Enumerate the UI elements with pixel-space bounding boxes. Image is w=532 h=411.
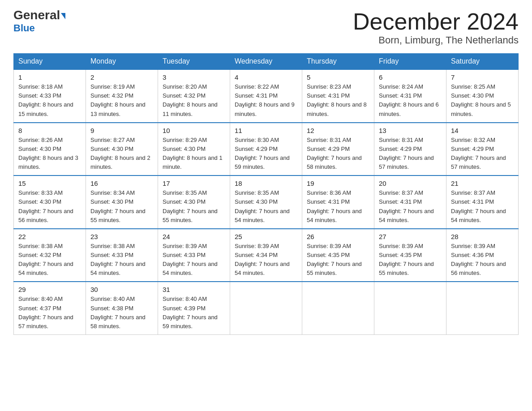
logo: General Blue xyxy=(13,9,65,34)
day-info: Sunrise: 8:37 AMSunset: 4:31 PMDaylight:… xyxy=(379,188,442,225)
day-info: Sunrise: 8:35 AMSunset: 4:30 PMDaylight:… xyxy=(235,188,297,225)
calendar-cell: 12 Sunrise: 8:31 AMSunset: 4:29 PMDaylig… xyxy=(302,123,374,176)
day-number: 29 xyxy=(18,286,81,293)
calendar-cell xyxy=(230,282,302,334)
day-info: Sunrise: 8:39 AMSunset: 4:35 PMDaylight:… xyxy=(379,242,442,278)
calendar-cell: 8 Sunrise: 8:26 AMSunset: 4:30 PMDayligh… xyxy=(14,123,86,176)
day-number: 27 xyxy=(379,233,442,240)
day-info: Sunrise: 8:26 AMSunset: 4:30 PMDaylight:… xyxy=(18,136,81,172)
day-number: 28 xyxy=(451,233,514,240)
header-row: Sunday Monday Tuesday Wednesday Thursday… xyxy=(14,54,519,70)
calendar-cell: 7 Sunrise: 8:25 AMSunset: 4:30 PMDayligh… xyxy=(446,69,519,123)
day-number: 21 xyxy=(451,180,514,187)
day-number: 24 xyxy=(163,233,225,240)
day-info: Sunrise: 8:23 AMSunset: 4:31 PMDaylight:… xyxy=(307,82,369,119)
col-saturday: Saturday xyxy=(446,54,519,70)
col-monday: Monday xyxy=(86,54,158,70)
day-number: 22 xyxy=(18,233,81,240)
calendar-cell: 11 Sunrise: 8:30 AMSunset: 4:29 PMDaylig… xyxy=(230,123,302,176)
day-info: Sunrise: 8:40 AMSunset: 4:38 PMDaylight:… xyxy=(90,295,153,331)
day-number: 30 xyxy=(90,286,153,293)
col-tuesday: Tuesday xyxy=(158,54,230,70)
calendar-cell: 25 Sunrise: 8:39 AMSunset: 4:34 PMDaylig… xyxy=(230,229,302,282)
day-info: Sunrise: 8:39 AMSunset: 4:35 PMDaylight:… xyxy=(307,242,369,278)
day-info: Sunrise: 8:35 AMSunset: 4:30 PMDaylight:… xyxy=(163,188,225,225)
calendar-cell: 14 Sunrise: 8:32 AMSunset: 4:29 PMDaylig… xyxy=(446,123,519,176)
calendar-cell: 1 Sunrise: 8:18 AMSunset: 4:33 PMDayligh… xyxy=(14,69,86,123)
day-info: Sunrise: 8:18 AMSunset: 4:33 PMDaylight:… xyxy=(18,82,81,119)
col-thursday: Thursday xyxy=(302,54,374,70)
calendar-cell: 3 Sunrise: 8:20 AMSunset: 4:32 PMDayligh… xyxy=(158,69,230,123)
day-info: Sunrise: 8:25 AMSunset: 4:30 PMDaylight:… xyxy=(451,82,514,119)
calendar-cell: 10 Sunrise: 8:29 AMSunset: 4:30 PMDaylig… xyxy=(158,123,230,176)
col-wednesday: Wednesday xyxy=(230,54,302,70)
day-info: Sunrise: 8:33 AMSunset: 4:30 PMDaylight:… xyxy=(18,188,81,225)
day-info: Sunrise: 8:40 AMSunset: 4:39 PMDaylight:… xyxy=(163,295,225,331)
day-info: Sunrise: 8:31 AMSunset: 4:29 PMDaylight:… xyxy=(379,136,442,172)
calendar-cell: 15 Sunrise: 8:33 AMSunset: 4:30 PMDaylig… xyxy=(14,176,86,229)
day-info: Sunrise: 8:38 AMSunset: 4:32 PMDaylight:… xyxy=(18,242,81,278)
header: General Blue December 2024 Born, Limburg… xyxy=(13,9,519,46)
calendar-cell: 30 Sunrise: 8:40 AMSunset: 4:38 PMDaylig… xyxy=(86,282,158,334)
day-number: 16 xyxy=(90,180,153,187)
day-number: 6 xyxy=(379,73,442,81)
calendar-cell: 26 Sunrise: 8:39 AMSunset: 4:35 PMDaylig… xyxy=(302,229,374,282)
day-info: Sunrise: 8:32 AMSunset: 4:29 PMDaylight:… xyxy=(451,136,514,172)
day-number: 20 xyxy=(379,180,442,187)
calendar-cell: 2 Sunrise: 8:19 AMSunset: 4:32 PMDayligh… xyxy=(86,69,158,123)
day-info: Sunrise: 8:39 AMSunset: 4:34 PMDaylight:… xyxy=(235,242,297,278)
day-number: 13 xyxy=(379,127,442,134)
calendar-cell: 4 Sunrise: 8:22 AMSunset: 4:31 PMDayligh… xyxy=(230,69,302,123)
day-info: Sunrise: 8:19 AMSunset: 4:32 PMDaylight:… xyxy=(90,82,153,119)
day-number: 19 xyxy=(307,180,369,187)
day-number: 1 xyxy=(18,73,81,81)
day-number: 9 xyxy=(90,127,153,134)
logo-blue-text: Blue xyxy=(13,22,35,34)
title-area: December 2024 Born, Limburg, The Netherl… xyxy=(353,9,519,46)
day-number: 4 xyxy=(235,73,297,81)
day-number: 8 xyxy=(18,127,81,134)
week-row-5: 29 Sunrise: 8:40 AMSunset: 4:37 PMDaylig… xyxy=(14,282,519,334)
week-row-2: 8 Sunrise: 8:26 AMSunset: 4:30 PMDayligh… xyxy=(14,123,519,176)
day-number: 7 xyxy=(451,73,514,81)
week-row-4: 22 Sunrise: 8:38 AMSunset: 4:32 PMDaylig… xyxy=(14,229,519,282)
day-number: 3 xyxy=(163,73,225,81)
day-info: Sunrise: 8:37 AMSunset: 4:31 PMDaylight:… xyxy=(451,188,514,225)
calendar-cell: 21 Sunrise: 8:37 AMSunset: 4:31 PMDaylig… xyxy=(446,176,519,229)
day-info: Sunrise: 8:27 AMSunset: 4:30 PMDaylight:… xyxy=(90,136,153,172)
calendar-cell: 16 Sunrise: 8:34 AMSunset: 4:30 PMDaylig… xyxy=(86,176,158,229)
calendar-cell xyxy=(374,282,446,334)
calendar-cell: 19 Sunrise: 8:36 AMSunset: 4:31 PMDaylig… xyxy=(302,176,374,229)
col-friday: Friday xyxy=(374,54,446,70)
calendar-cell: 24 Sunrise: 8:39 AMSunset: 4:33 PMDaylig… xyxy=(158,229,230,282)
day-info: Sunrise: 8:34 AMSunset: 4:30 PMDaylight:… xyxy=(90,188,153,225)
day-number: 11 xyxy=(235,127,297,134)
week-row-3: 15 Sunrise: 8:33 AMSunset: 4:30 PMDaylig… xyxy=(14,176,519,229)
day-info: Sunrise: 8:36 AMSunset: 4:31 PMDaylight:… xyxy=(307,188,369,225)
day-info: Sunrise: 8:38 AMSunset: 4:33 PMDaylight:… xyxy=(90,242,153,278)
day-info: Sunrise: 8:39 AMSunset: 4:33 PMDaylight:… xyxy=(163,242,225,278)
day-number: 10 xyxy=(163,127,225,134)
day-info: Sunrise: 8:22 AMSunset: 4:31 PMDaylight:… xyxy=(235,82,297,119)
calendar-cell: 6 Sunrise: 8:24 AMSunset: 4:31 PMDayligh… xyxy=(374,69,446,123)
day-info: Sunrise: 8:24 AMSunset: 4:31 PMDaylight:… xyxy=(379,82,442,119)
calendar-cell: 18 Sunrise: 8:35 AMSunset: 4:30 PMDaylig… xyxy=(230,176,302,229)
logo-general: General xyxy=(13,9,65,21)
page: General Blue December 2024 Born, Limburg… xyxy=(0,0,532,348)
calendar-cell: 17 Sunrise: 8:35 AMSunset: 4:30 PMDaylig… xyxy=(158,176,230,229)
calendar-cell: 22 Sunrise: 8:38 AMSunset: 4:32 PMDaylig… xyxy=(14,229,86,282)
location-title: Born, Limburg, The Netherlands xyxy=(353,34,519,46)
day-number: 14 xyxy=(451,127,514,134)
day-info: Sunrise: 8:20 AMSunset: 4:32 PMDaylight:… xyxy=(163,82,225,119)
col-sunday: Sunday xyxy=(14,54,86,70)
calendar-cell: 31 Sunrise: 8:40 AMSunset: 4:39 PMDaylig… xyxy=(158,282,230,334)
day-number: 5 xyxy=(307,73,369,81)
day-number: 12 xyxy=(307,127,369,134)
day-number: 31 xyxy=(163,286,225,293)
day-number: 26 xyxy=(307,233,369,240)
day-number: 23 xyxy=(90,233,153,240)
day-number: 18 xyxy=(235,180,297,187)
logo-triangle-icon xyxy=(61,13,65,19)
calendar-cell: 28 Sunrise: 8:39 AMSunset: 4:36 PMDaylig… xyxy=(446,229,519,282)
day-info: Sunrise: 8:40 AMSunset: 4:37 PMDaylight:… xyxy=(18,295,81,331)
